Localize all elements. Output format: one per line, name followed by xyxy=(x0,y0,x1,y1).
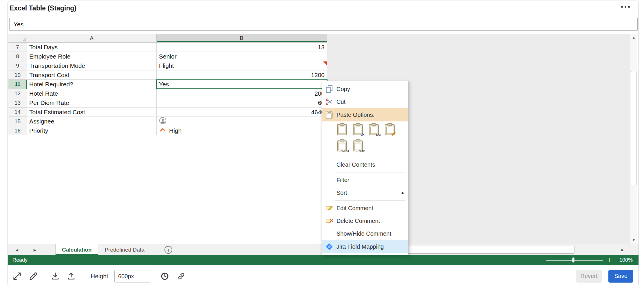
cell-a12[interactable]: Hotel Rate xyxy=(27,89,157,98)
123-glyph: 123 xyxy=(376,133,380,137)
cell-a10[interactable]: Transport Cost xyxy=(27,70,157,80)
row-header-11[interactable]: 11 xyxy=(8,80,27,89)
column-header-b[interactable]: B xyxy=(157,34,327,43)
paste-formatting-icon[interactable] xyxy=(383,122,396,137)
fx-glyph: fx xyxy=(361,132,365,137)
vertical-scrollbar-thumb[interactable] xyxy=(631,71,636,185)
scroll-up-icon[interactable]: ▲ xyxy=(630,34,637,41)
row-header-9[interactable]: 9 xyxy=(8,61,27,70)
paste-formulas-icon[interactable]: fx xyxy=(351,122,365,137)
cell-a11[interactable]: Hotel Required? xyxy=(27,80,157,89)
tab-scroll-right-icon[interactable]: ► xyxy=(33,247,37,252)
paste-values-icon[interactable]: 123 xyxy=(367,122,380,137)
link-icon[interactable] xyxy=(176,271,186,281)
tab-scroll-left-icon[interactable]: ◄ xyxy=(15,247,19,252)
menu-divider xyxy=(335,200,405,201)
submenu-arrow-icon: ▸ xyxy=(402,190,404,196)
menu-divider xyxy=(335,157,405,157)
tab-calculation[interactable]: Calculation xyxy=(55,244,98,255)
menu-item-paste-options[interactable]: Paste Options: xyxy=(322,108,408,121)
paste-formulas-number-formatting-icon[interactable]: %fx xyxy=(351,138,365,153)
cell-a7[interactable]: Total Days xyxy=(27,43,157,52)
menu-item-jira-field-mapping[interactable]: Jira Field Mapping xyxy=(322,240,408,253)
zoom-slider[interactable] xyxy=(546,260,603,261)
row-header-14[interactable]: 14 xyxy=(8,108,27,117)
zoom-in-icon[interactable]: + xyxy=(608,257,611,263)
row-header-16[interactable]: 16 xyxy=(8,126,27,135)
upload-icon[interactable] xyxy=(66,271,76,281)
cell-a14[interactable]: Total Estimated Cost xyxy=(27,108,157,117)
table-row: 16 Priority High xyxy=(8,126,327,135)
footer-toolbar: Height Revert Save xyxy=(8,265,638,287)
toolbar-divider xyxy=(84,270,84,282)
table-row: 7 Total Days 13 xyxy=(8,43,327,52)
cell-b15[interactable] xyxy=(157,117,327,126)
edit-comment-icon xyxy=(322,205,336,212)
more-menu-icon[interactable]: ⋯ xyxy=(620,1,632,12)
zoom-slider-thumb[interactable] xyxy=(572,258,574,263)
save-button[interactable]: Save xyxy=(608,270,633,283)
select-all-corner[interactable] xyxy=(8,34,27,43)
zoom-out-icon[interactable]: − xyxy=(537,257,541,263)
download-icon[interactable] xyxy=(50,271,61,281)
percent-fx-glyph: %fx xyxy=(359,149,365,153)
row-header-13[interactable]: 13 xyxy=(8,98,27,108)
cell-b16[interactable]: High xyxy=(157,126,327,135)
paste-options-grid: fx 123 xyxy=(322,121,408,156)
copy-icon xyxy=(322,85,336,93)
cell-a16[interactable]: Priority xyxy=(27,126,157,135)
cell-a9[interactable]: Transportation Mode xyxy=(27,61,157,70)
tab-predefined-data[interactable]: Predefined Data xyxy=(98,244,151,255)
menu-item-delete-comment[interactable]: Delete Comment xyxy=(322,214,408,227)
cell-b10[interactable]: 1200 xyxy=(157,70,327,80)
row-header-10[interactable]: 10 xyxy=(8,70,27,80)
formula-bar-input[interactable] xyxy=(9,18,638,31)
add-sheet-icon[interactable]: + xyxy=(164,246,172,254)
paste-values-number-formatting-icon[interactable]: %123 xyxy=(335,138,349,153)
cell-b9[interactable]: Flight xyxy=(157,61,327,70)
status-bar: Ready − + 100% xyxy=(8,255,638,265)
height-input[interactable] xyxy=(114,270,151,282)
vertical-scrollbar[interactable]: ▲ ▼ xyxy=(630,34,637,244)
revert-button[interactable]: Revert xyxy=(576,270,602,283)
menu-label: Jira Field Mapping xyxy=(336,243,408,250)
cell-b13[interactable]: 60 xyxy=(157,98,327,108)
row-header-15[interactable]: 15 xyxy=(8,117,27,126)
cell-b7[interactable]: 13 xyxy=(157,43,327,52)
menu-item-cut[interactable]: Cut xyxy=(322,95,408,108)
horizontal-scrollbar-thumb[interactable] xyxy=(388,246,575,254)
scroll-down-icon[interactable]: ▼ xyxy=(630,236,637,244)
menu-item-show-hide-comment[interactable]: Show/Hide Comment xyxy=(322,227,408,240)
cell-b8[interactable]: Senior xyxy=(157,52,327,61)
menu-item-sort[interactable]: Sort ▸ xyxy=(322,186,408,199)
row-header-12[interactable]: 12 xyxy=(8,89,27,98)
row-header-8[interactable]: 8 xyxy=(8,52,27,61)
zoom-level: 100% xyxy=(616,257,633,263)
sheet-tabs: Calculation Predefined Data xyxy=(55,244,151,255)
menu-label: Sort xyxy=(336,190,402,196)
expand-icon[interactable] xyxy=(12,271,22,281)
row-header-7[interactable]: 7 xyxy=(8,43,27,52)
cell-b14[interactable]: 4640 xyxy=(157,108,327,117)
table-row: 13 Per Diem Rate 60 xyxy=(8,98,327,108)
menu-item-filter[interactable]: Filter xyxy=(322,174,408,186)
menu-divider xyxy=(335,172,405,172)
cell-a13[interactable]: Per Diem Rate xyxy=(27,98,157,108)
height-label: Height xyxy=(91,273,108,280)
hscroll-right-icon[interactable]: ► xyxy=(621,248,625,252)
edit-icon[interactable] xyxy=(28,271,39,281)
zoom-controls: − + 100% xyxy=(537,257,633,263)
cell-a15[interactable]: Assignee xyxy=(27,117,157,126)
menu-item-edit-comment[interactable]: Edit Comment xyxy=(322,202,408,214)
table-row: 8 Employee Role Senior xyxy=(8,52,327,61)
cell-b12[interactable]: 200 xyxy=(157,89,327,98)
menu-item-clear-contents[interactable]: Clear Contents xyxy=(322,158,408,171)
cell-a8[interactable]: Employee Role xyxy=(27,52,157,61)
history-clock-icon[interactable] xyxy=(160,271,170,281)
menu-label: Filter xyxy=(336,177,408,183)
paste-icon[interactable] xyxy=(335,122,349,137)
context-menu: Copy Cut Paste Options: xyxy=(322,81,409,255)
person-icon xyxy=(159,117,167,126)
column-header-a[interactable]: A xyxy=(27,34,157,43)
menu-item-copy[interactable]: Copy xyxy=(322,83,408,95)
